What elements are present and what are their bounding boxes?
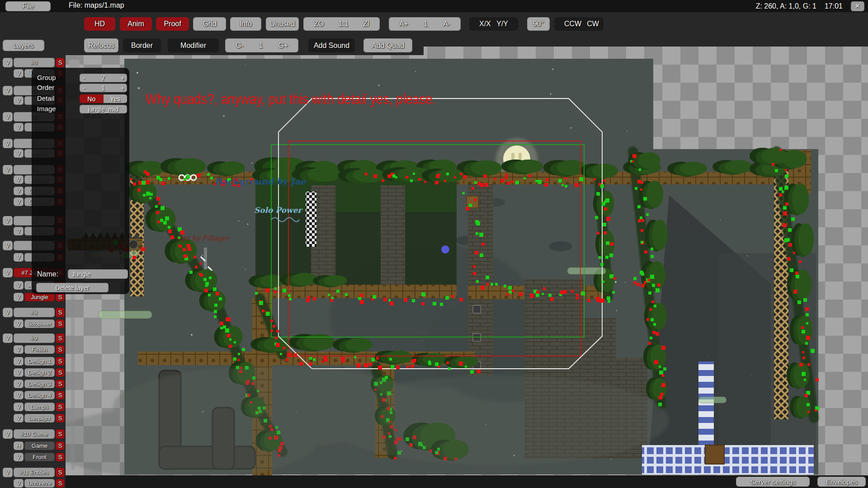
toolbar-button-info[interactable]: Info bbox=[230, 17, 261, 31]
close-button[interactable]: ✕ bbox=[851, 1, 864, 11]
toolbar-button-refocus[interactable]: Refocus bbox=[84, 38, 118, 52]
visibility-toggle[interactable]: V bbox=[14, 453, 24, 461]
toggle-option-yes[interactable]: Yes bbox=[104, 94, 127, 103]
visibility-toggle[interactable]: V bbox=[14, 319, 24, 328]
layer-name-button[interactable]: Lamps bbox=[24, 403, 55, 411]
toolbar-button-a+-1-a-[interactable]: A+1A- bbox=[389, 17, 461, 31]
visibility-toggle[interactable]: V bbox=[14, 253, 24, 262]
visibility-toggle[interactable]: V bbox=[14, 293, 24, 301]
layer-name-button[interactable]: Design 3 bbox=[24, 380, 55, 388]
visibility-toggle[interactable]: V bbox=[14, 357, 24, 366]
envelopes-button[interactable]: Envelopes bbox=[817, 477, 866, 487]
toolbar-button-modifier[interactable]: Modifier bbox=[168, 38, 219, 52]
visibility-toggle[interactable]: V bbox=[14, 149, 24, 158]
visibility-toggle[interactable]: V bbox=[3, 268, 13, 277]
save-flag-badge[interactable]: S bbox=[56, 319, 65, 328]
visibility-toggle[interactable]: V bbox=[14, 197, 24, 206]
layer-name-button[interactable]: Design 4 bbox=[24, 391, 55, 399]
save-flag-badge[interactable]: S bbox=[56, 441, 65, 450]
file-menu-button[interactable]: File bbox=[5, 1, 51, 11]
save-flag-badge[interactable]: S bbox=[56, 308, 65, 317]
save-flag-badge[interactable]: S bbox=[56, 391, 65, 399]
toolbar-button-xx-yy[interactable]: X/XY/Y bbox=[469, 17, 518, 31]
save-flag-badge[interactable]: S bbox=[56, 414, 65, 422]
toolbar-button-anim[interactable]: Anim bbox=[120, 17, 152, 31]
visibility-toggle[interactable]: V bbox=[3, 58, 13, 67]
layers-scrollbar[interactable] bbox=[71, 271, 75, 470]
layer-name-input[interactable]: Jungle bbox=[68, 269, 128, 279]
visibility-toggle[interactable]: V bbox=[14, 414, 24, 422]
layer-name-button[interactable]: Unfreeze bbox=[24, 479, 55, 488]
save-flag-badge[interactable]: S bbox=[56, 58, 65, 67]
layer-name-button[interactable]: #11 Entities bbox=[14, 468, 55, 477]
toolbar-button-addsound[interactable]: Add Sound bbox=[308, 38, 355, 52]
layer-name-button[interactable]: #8 bbox=[14, 308, 55, 317]
layer-name-button[interactable]: Lamplight bbox=[24, 414, 55, 422]
visibility-toggle[interactable]: V bbox=[3, 165, 13, 174]
decrement-button[interactable]: - bbox=[80, 75, 88, 82]
layer-name-button[interactable]: #9 bbox=[14, 333, 55, 343]
layer-name-button[interactable]: Finish bbox=[24, 345, 55, 354]
save-flag-badge[interactable]: S bbox=[56, 333, 65, 343]
save-flag-badge[interactable]: S bbox=[56, 380, 65, 388]
layer-name-button[interactable]: Game bbox=[24, 441, 55, 450]
toolbar-button-proof[interactable]: Proof bbox=[156, 17, 189, 31]
delete-layer-button[interactable]: Delete layer bbox=[36, 283, 108, 292]
visibility-toggle[interactable]: V bbox=[3, 429, 13, 439]
visibility-toggle[interactable]: V bbox=[3, 241, 13, 250]
save-flag-badge[interactable]: S bbox=[56, 357, 65, 366]
toolbar-button-g--1-g+[interactable]: G-1G+ bbox=[225, 38, 298, 52]
layers-panel-header[interactable]: Layers bbox=[3, 40, 44, 51]
order-stepper[interactable]: -1+ bbox=[80, 84, 127, 92]
toggle-option-no[interactable]: No bbox=[80, 94, 104, 103]
increment-button[interactable]: + bbox=[118, 84, 127, 92]
layer-name-button[interactable]: #10 Game bbox=[14, 429, 55, 439]
visibility-toggle[interactable]: V bbox=[3, 139, 13, 148]
save-flag-badge[interactable]: S bbox=[56, 468, 65, 477]
scrollbar-nub[interactable] bbox=[69, 60, 80, 69]
visibility-toggle[interactable]: V bbox=[14, 281, 24, 290]
visibility-toggle[interactable]: V bbox=[14, 96, 24, 105]
layer-name-button[interactable]: Solopower bbox=[24, 319, 55, 328]
visibility-toggle[interactable]: V bbox=[3, 86, 13, 95]
layer-name-button[interactable]: Design 1 bbox=[24, 357, 55, 366]
visibility-toggle[interactable]: V bbox=[3, 216, 13, 225]
save-flag-badge[interactable]: S bbox=[56, 429, 65, 439]
visibility-toggle[interactable]: V bbox=[14, 479, 24, 488]
image-select-button[interactable]: jungle_mid bbox=[80, 105, 127, 113]
toolbar-button-grid[interactable]: Grid bbox=[193, 17, 226, 31]
group-stepper[interactable]: -7+ bbox=[80, 74, 127, 82]
visibility-toggle[interactable]: V bbox=[14, 187, 24, 195]
visibility-toggle[interactable]: V bbox=[14, 345, 24, 354]
visibility-toggle[interactable]: V bbox=[14, 69, 24, 78]
toolbar-button-border[interactable]: Border bbox=[123, 38, 161, 52]
toolbar-button-hd[interactable]: HD bbox=[84, 17, 115, 31]
server-settings-button[interactable]: Server settings bbox=[736, 477, 810, 487]
visibility-toggle[interactable]: V bbox=[3, 468, 13, 477]
save-flag-badge[interactable]: S bbox=[56, 403, 65, 411]
save-flag-badge[interactable]: S bbox=[56, 345, 65, 354]
visibility-toggle[interactable]: V bbox=[14, 368, 24, 377]
visibility-toggle[interactable]: H bbox=[14, 441, 24, 450]
visibility-toggle[interactable]: V bbox=[3, 333, 13, 343]
map-canvas[interactable]: Why quads?, anyway, put this with detail… bbox=[66, 47, 868, 488]
toolbar-button-addquad[interactable]: Add Quad bbox=[363, 38, 412, 52]
visibility-toggle[interactable]: V bbox=[14, 380, 24, 388]
visibility-toggle[interactable]: V bbox=[3, 308, 13, 317]
visibility-toggle[interactable]: V bbox=[3, 112, 13, 122]
visibility-toggle[interactable]: V bbox=[14, 403, 24, 411]
decrement-button[interactable]: - bbox=[80, 84, 88, 92]
toolbar-button-zo-11-zi[interactable]: ZO1:1ZI bbox=[303, 17, 380, 31]
save-flag-badge[interactable]: S bbox=[56, 368, 65, 377]
layer-name-button[interactable]: Front bbox=[24, 453, 55, 461]
increment-button[interactable]: + bbox=[118, 75, 127, 82]
save-flag-badge[interactable]: S bbox=[56, 479, 65, 488]
toolbar-button-ccw-cw[interactable]: CCWCW bbox=[554, 17, 604, 31]
visibility-toggle[interactable]: V bbox=[14, 175, 24, 184]
layer-name-button[interactable]: Design 2 bbox=[24, 368, 55, 377]
save-flag-badge[interactable]: S bbox=[56, 453, 65, 461]
visibility-toggle[interactable]: V bbox=[14, 227, 24, 235]
toolbar-button-unused[interactable]: Unused bbox=[266, 17, 299, 31]
layer-name-button[interactable]: #0 bbox=[14, 58, 55, 67]
visibility-toggle[interactable]: V bbox=[14, 123, 24, 131]
